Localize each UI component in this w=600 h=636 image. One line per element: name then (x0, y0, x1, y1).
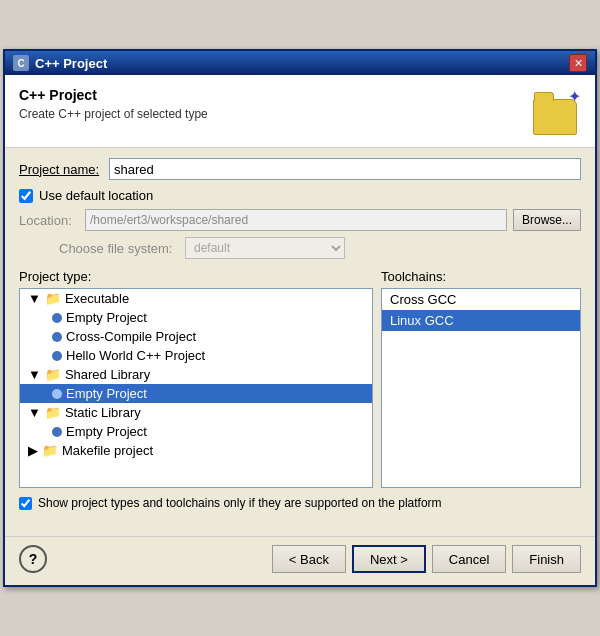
tree-item-empty-3[interactable]: Empty Project (20, 422, 372, 441)
toolchains-section: Toolchains: Cross GCC Linux GCC (381, 269, 581, 488)
use-default-location-checkbox[interactable] (19, 189, 33, 203)
arrow-shared-library: ▼ (24, 367, 41, 382)
title-bar-left: C C++ Project (13, 55, 107, 71)
arrow-executable: ▼ (24, 291, 41, 306)
toolchains-list[interactable]: Cross GCC Linux GCC (381, 288, 581, 488)
header-section: C++ Project Create C++ project of select… (5, 75, 595, 148)
project-type-section: Project type: ▼ 📁 Executable Empty Proje… (19, 269, 373, 488)
title-bar: C C++ Project ✕ (5, 51, 595, 75)
bullet-hello-world (52, 351, 62, 361)
tree-label-empty-3: Empty Project (66, 424, 147, 439)
arrow-makefile: ▶ (24, 443, 38, 458)
bullet-empty-2 (52, 389, 62, 399)
location-label: Location: (19, 213, 79, 228)
toolchain-linux-gcc[interactable]: Linux GCC (382, 310, 580, 331)
filesystem-select: default (185, 237, 345, 259)
bottom-checkbox-row: Show project types and toolchains only i… (19, 496, 581, 510)
content-area: Project name: Use default location Locat… (5, 148, 595, 536)
tree-label-empty-2: Empty Project (66, 386, 147, 401)
filesystem-label: Choose file system: (59, 241, 179, 256)
location-row: Location: Browse... (19, 209, 581, 231)
tree-item-cross-compile[interactable]: Cross-Compile Project (20, 327, 372, 346)
toolchains-label: Toolchains: (381, 269, 581, 284)
header-icon: ✦ (533, 87, 581, 135)
toolchain-linux-gcc-label: Linux GCC (390, 313, 454, 328)
main-window: C C++ Project ✕ C++ Project Create C++ p… (3, 49, 597, 587)
tree-label-cross-compile: Cross-Compile Project (66, 329, 196, 344)
bullet-empty-1 (52, 313, 62, 323)
tree-item-makefile[interactable]: ▶ 📁 Makefile project (20, 441, 372, 460)
bullet-cross-compile (52, 332, 62, 342)
folder-icon-executable: 📁 (45, 291, 61, 306)
header-subtitle: Create C++ project of selected type (19, 107, 208, 121)
tree-item-static-library[interactable]: ▼ 📁 Static Library (20, 403, 372, 422)
tree-item-hello-world[interactable]: Hello World C++ Project (20, 346, 372, 365)
folder-icon-makefile: 📁 (42, 443, 58, 458)
header-text: C++ Project Create C++ project of select… (19, 87, 208, 121)
sparkle-icon: ✦ (568, 87, 581, 106)
project-name-input[interactable] (109, 158, 581, 180)
button-row: ? < Back Next > Cancel Finish (5, 536, 595, 585)
header-title: C++ Project (19, 87, 208, 103)
window-title: C++ Project (35, 56, 107, 71)
next-button[interactable]: Next > (352, 545, 426, 573)
project-name-label: Project name: (19, 162, 109, 177)
folder-icon-static-library: 📁 (45, 405, 61, 420)
tree-item-shared-library[interactable]: ▼ 📁 Shared Library (20, 365, 372, 384)
close-button[interactable]: ✕ (569, 54, 587, 72)
tree-label-static-library: Static Library (65, 405, 141, 420)
tree-item-empty-2[interactable]: Empty Project (20, 384, 372, 403)
platform-support-label: Show project types and toolchains only i… (38, 496, 442, 510)
tree-label-makefile: Makefile project (62, 443, 153, 458)
tree-label-shared-library: Shared Library (65, 367, 150, 382)
tree-label-executable: Executable (65, 291, 129, 306)
toolchain-cross-gcc-label: Cross GCC (390, 292, 456, 307)
tree-item-executable[interactable]: ▼ 📁 Executable (20, 289, 372, 308)
browse-button[interactable]: Browse... (513, 209, 581, 231)
arrow-static-library: ▼ (24, 405, 41, 420)
finish-button[interactable]: Finish (512, 545, 581, 573)
location-input (85, 209, 507, 231)
help-button[interactable]: ? (19, 545, 47, 573)
use-default-location-row: Use default location (19, 188, 581, 203)
filesystem-row: Choose file system: default (19, 237, 581, 259)
project-area: Project type: ▼ 📁 Executable Empty Proje… (19, 269, 581, 488)
project-type-label: Project type: (19, 269, 373, 284)
back-button[interactable]: < Back (272, 545, 346, 573)
bullet-empty-3 (52, 427, 62, 437)
tree-label-empty-1: Empty Project (66, 310, 147, 325)
platform-support-checkbox[interactable] (19, 497, 32, 510)
tree-label-hello-world: Hello World C++ Project (66, 348, 205, 363)
tree-item-empty-1[interactable]: Empty Project (20, 308, 372, 327)
project-name-row: Project name: (19, 158, 581, 180)
cancel-button[interactable]: Cancel (432, 545, 506, 573)
use-default-location-label: Use default location (39, 188, 153, 203)
project-type-tree[interactable]: ▼ 📁 Executable Empty Project Cross-Compi… (19, 288, 373, 488)
navigation-buttons: < Back Next > Cancel Finish (272, 545, 581, 573)
window-icon: C (13, 55, 29, 71)
folder-icon-shared-library: 📁 (45, 367, 61, 382)
toolchain-cross-gcc[interactable]: Cross GCC (382, 289, 580, 310)
